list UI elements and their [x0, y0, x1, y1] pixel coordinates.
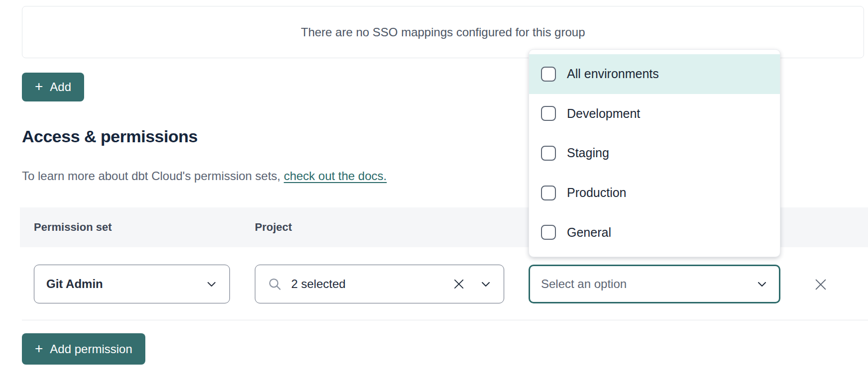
permission-set-select[interactable]: Git Admin: [34, 265, 230, 303]
column-header-project: Project: [255, 207, 292, 247]
add-button-label: Add: [50, 80, 71, 94]
clear-selection-icon[interactable]: [452, 277, 466, 291]
environment-dropdown-panel: All environments Development Staging Pro…: [529, 49, 780, 257]
access-permissions-title: Access & permissions: [22, 127, 198, 146]
remove-permission-row-button[interactable]: [811, 275, 830, 294]
dropdown-option-production[interactable]: Production: [529, 173, 780, 213]
chevron-down-icon: [480, 278, 492, 290]
dropdown-option-staging[interactable]: Staging: [529, 133, 780, 173]
dropdown-option-label: All environments: [567, 67, 659, 81]
search-icon: [267, 277, 282, 291]
description-text: To learn more about dbt Cloud's permissi…: [22, 169, 284, 183]
column-header-permission-set: Permission set: [34, 207, 112, 247]
dropdown-option-all-environments[interactable]: All environments: [529, 54, 780, 94]
add-permission-button[interactable]: + Add permission: [22, 333, 145, 365]
chevron-down-icon: [756, 278, 768, 290]
project-multiselect[interactable]: 2 selected: [255, 265, 504, 303]
checkbox-unchecked[interactable]: [541, 67, 556, 82]
dropdown-option-label: Development: [567, 106, 640, 121]
row-divider: [22, 320, 868, 320]
environment-select[interactable]: Select an option: [529, 265, 780, 303]
permission-set-value: Git Admin: [46, 277, 206, 291]
dropdown-option-label: Production: [567, 186, 627, 200]
checkbox-unchecked[interactable]: [541, 225, 556, 240]
dropdown-option-label: Staging: [567, 146, 609, 160]
docs-link[interactable]: check out the docs.: [284, 169, 387, 183]
add-sso-mapping-button[interactable]: + Add: [22, 73, 84, 101]
checkbox-unchecked[interactable]: [541, 106, 556, 121]
add-permission-label: Add permission: [50, 342, 132, 356]
project-selected-value: 2 selected: [291, 277, 452, 291]
checkbox-unchecked[interactable]: [541, 186, 556, 200]
chevron-down-icon: [206, 278, 217, 290]
dropdown-option-general[interactable]: General: [529, 212, 780, 252]
x-icon: [813, 277, 829, 292]
plus-icon: +: [35, 80, 43, 94]
checkbox-unchecked[interactable]: [541, 146, 556, 161]
dropdown-option-label: General: [567, 225, 611, 240]
plus-icon: +: [35, 342, 43, 356]
environment-placeholder: Select an option: [541, 277, 756, 291]
access-permissions-description: To learn more about dbt Cloud's permissi…: [22, 169, 387, 183]
dropdown-option-development[interactable]: Development: [529, 94, 780, 134]
sso-empty-message: There are no SSO mappings configured for…: [301, 25, 585, 39]
